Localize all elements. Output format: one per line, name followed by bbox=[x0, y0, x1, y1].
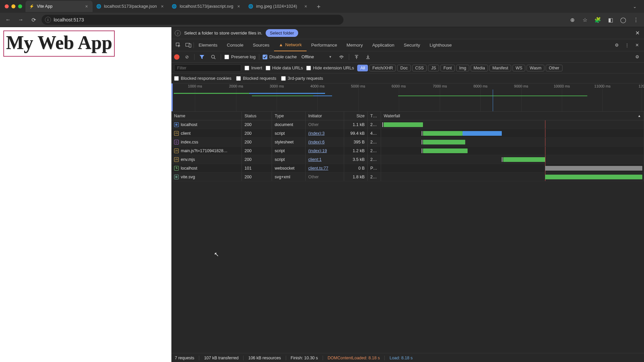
tab-close-icon[interactable]: × bbox=[303, 4, 309, 9]
extensions-icon[interactable]: 🧩 bbox=[593, 15, 602, 24]
filter-type-ws[interactable]: WS bbox=[513, 65, 525, 71]
side-panel-icon[interactable]: ◧ bbox=[606, 15, 615, 24]
window-maximize-button[interactable] bbox=[18, 4, 22, 8]
tab-close-icon[interactable]: × bbox=[236, 4, 241, 9]
devtools-settings-icon[interactable]: ⚙ bbox=[612, 40, 622, 50]
new-tab-button[interactable]: ＋ bbox=[314, 2, 323, 11]
initiator-link[interactable]: (index):19 bbox=[308, 148, 327, 153]
table-row[interactable]: ▦localhost200documentOther1.1 kB2… bbox=[171, 120, 644, 129]
override-infobar: i Select a folder to store override file… bbox=[171, 27, 644, 39]
table-row[interactable]: JSenv.mjs200scriptclient:13.5 kB2… bbox=[171, 155, 644, 164]
filter-type-font[interactable]: Font bbox=[440, 65, 455, 71]
devtools-close-icon[interactable]: ✕ bbox=[632, 40, 642, 50]
inspect-element-icon[interactable] bbox=[173, 40, 183, 50]
browser-tab[interactable]: 🌐localhost:5173/package.json× bbox=[93, 1, 168, 12]
filter-type-css[interactable]: CSS bbox=[412, 65, 427, 71]
initiator-link[interactable]: (index):3 bbox=[308, 131, 325, 136]
table-row[interactable]: ▦vite.svg200svg+xmlOther1.8 kB2… bbox=[171, 173, 644, 181]
devtools-tab-network[interactable]: ▲Network bbox=[274, 39, 306, 51]
filter-type-doc[interactable]: Doc bbox=[397, 65, 411, 71]
row-status: 101 bbox=[242, 164, 272, 172]
device-toolbar-icon[interactable] bbox=[183, 40, 194, 50]
row-type: script bbox=[272, 129, 306, 137]
devtools-tab-application[interactable]: Application bbox=[368, 39, 399, 51]
browser-menu-icon[interactable]: ⋮ bbox=[631, 15, 641, 24]
filter-type-fetchxhr[interactable]: Fetch/XHR bbox=[369, 65, 396, 71]
browser-tab[interactable]: 🌐localhost:5173/javascript.svg× bbox=[168, 1, 245, 12]
infobar-close-icon[interactable]: ✕ bbox=[634, 30, 641, 37]
devtools-tab-console[interactable]: Console bbox=[222, 39, 248, 51]
site-info-icon[interactable]: i bbox=[45, 17, 51, 23]
row-type: websocket bbox=[272, 164, 306, 172]
zoom-icon[interactable]: ⊕ bbox=[568, 15, 577, 24]
tab-close-icon[interactable]: × bbox=[84, 4, 89, 9]
throttling-select[interactable]: Offline bbox=[300, 54, 334, 60]
filter-type-media[interactable]: Media bbox=[471, 65, 488, 71]
col-waterfall[interactable]: Waterfall▲ bbox=[381, 112, 644, 120]
reload-button[interactable]: ⟳ bbox=[29, 15, 38, 24]
timeline-overview[interactable]: 1000 ms2000 ms3000 ms4000 ms5000 ms6000 … bbox=[171, 83, 644, 112]
filter-type-all[interactable]: All bbox=[357, 65, 368, 71]
svg-line-4 bbox=[214, 58, 216, 59]
blocked-requests-checkbox[interactable]: Blocked requests bbox=[236, 76, 276, 81]
col-initiator[interactable]: Initiator bbox=[306, 112, 344, 120]
blocked-cookies-checkbox[interactable]: Blocked response cookies bbox=[174, 76, 231, 81]
col-time[interactable]: T… bbox=[368, 112, 381, 120]
hide-data-urls-checkbox[interactable]: Hide data URLs bbox=[266, 65, 303, 70]
page-viewport: My Web App bbox=[0, 27, 171, 362]
devtools-tab-sources[interactable]: Sources bbox=[248, 39, 274, 51]
clear-button[interactable]: ⊘ bbox=[183, 53, 191, 61]
browser-tab[interactable]: ⚡Vite App× bbox=[25, 1, 93, 12]
bookmark-icon[interactable]: ☆ bbox=[580, 15, 590, 24]
search-icon[interactable] bbox=[209, 53, 217, 61]
filter-input[interactable] bbox=[174, 64, 241, 72]
col-name[interactable]: Name bbox=[171, 112, 242, 120]
browser-tab[interactable]: 🌐img.jpeg (1024×1024)× bbox=[245, 1, 312, 12]
back-button[interactable]: ← bbox=[3, 15, 13, 24]
col-status[interactable]: Status bbox=[242, 112, 272, 120]
devtools-more-icon[interactable]: ⋮ bbox=[622, 40, 632, 50]
profile-icon[interactable]: ◯ bbox=[619, 15, 628, 24]
filter-type-wasm[interactable]: Wasm bbox=[527, 65, 544, 71]
disable-cache-checkbox[interactable]: Disable cache bbox=[263, 54, 297, 59]
filter-type-other[interactable]: Other bbox=[546, 65, 562, 71]
network-conditions-icon[interactable] bbox=[337, 53, 345, 61]
filter-type-js[interactable]: JS bbox=[428, 65, 439, 71]
tab-dropdown-button[interactable]: ⌄ bbox=[630, 2, 639, 11]
network-settings-icon[interactable]: ⚙ bbox=[633, 53, 641, 61]
table-row[interactable]: JSmain.js?t=1710941828…200script(index):… bbox=[171, 146, 644, 155]
row-time: 2… bbox=[368, 155, 381, 164]
filter-toggle-icon[interactable] bbox=[198, 53, 206, 61]
devtools-tab-performance[interactable]: Performance bbox=[307, 39, 342, 51]
preserve-log-checkbox[interactable]: Preserve log bbox=[224, 54, 256, 59]
third-party-checkbox[interactable]: 3rd-party requests bbox=[281, 76, 323, 81]
devtools-tab-memory[interactable]: Memory bbox=[342, 39, 368, 51]
hide-ext-urls-checkbox[interactable]: Hide extension URLs bbox=[306, 65, 354, 70]
filter-type-img[interactable]: Img bbox=[456, 65, 469, 71]
col-type[interactable]: Type bbox=[272, 112, 306, 120]
record-button[interactable] bbox=[174, 54, 179, 60]
invert-checkbox[interactable]: Invert bbox=[245, 65, 262, 70]
window-close-button[interactable] bbox=[5, 4, 9, 8]
forward-button[interactable]: → bbox=[16, 15, 25, 24]
devtools-tab-lighthouse[interactable]: Lighthouse bbox=[425, 39, 457, 51]
export-har-icon[interactable] bbox=[364, 53, 372, 61]
tab-close-icon[interactable]: × bbox=[160, 4, 165, 9]
window-minimize-button[interactable] bbox=[11, 4, 15, 8]
col-size[interactable]: Size bbox=[344, 112, 368, 120]
initiator-link[interactable]: (index):6 bbox=[308, 140, 325, 144]
row-size: 3.5 kB bbox=[344, 155, 368, 164]
filter-type-manifest[interactable]: Manifest bbox=[489, 65, 511, 71]
initiator-link[interactable]: client:1 bbox=[308, 157, 322, 162]
row-status: 200 bbox=[242, 120, 272, 129]
select-folder-button[interactable]: Select folder bbox=[266, 29, 298, 37]
url-bar[interactable]: i localhost:5173 bbox=[42, 15, 343, 25]
initiator-link[interactable]: client.ts:77 bbox=[308, 166, 328, 171]
resource-type-icon: JS bbox=[174, 157, 179, 162]
table-row[interactable]: {}index.css200stylesheet(index):6395 B2… bbox=[171, 138, 644, 146]
table-row[interactable]: ⇅localhost101websocketclient.ts:770 BP… bbox=[171, 164, 644, 173]
import-har-icon[interactable] bbox=[353, 53, 361, 61]
table-row[interactable]: JSclient200script(index):399.4 kB4… bbox=[171, 129, 644, 138]
devtools-tab-security[interactable]: Security bbox=[399, 39, 425, 51]
devtools-tab-elements[interactable]: Elements bbox=[194, 39, 222, 51]
